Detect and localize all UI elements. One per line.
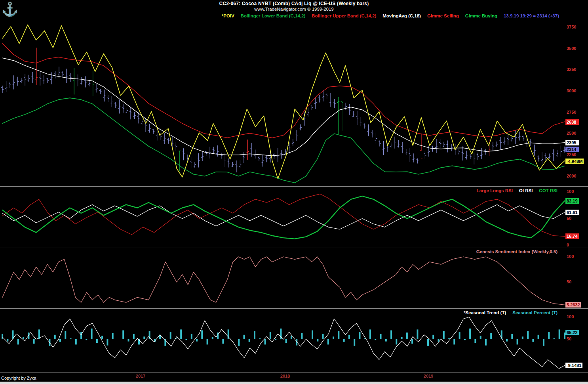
legend-item-bollinger-upper-band-c-14-2[interactable]: Bollinger Upper Band (C,14,2) <box>312 13 376 18</box>
seasonal-indicator-legend: *Seasonal Trend (T)Seasonal Percent (T) <box>0 310 558 315</box>
copyright-text: Copyright by Zyxa <box>1 376 36 380</box>
rsi-indicator-legend: Large Longs RSIOI RSICOT RSI <box>0 188 558 193</box>
legend-item-13-9-19-19-29-2314-37[interactable]: 13.9.19 19:29 = 2314 (+37) <box>504 13 559 18</box>
horizontal-scrollbar[interactable] <box>0 382 588 384</box>
sentiment-panel-canvas[interactable] <box>0 248 565 308</box>
legend-item-large-longs-rsi[interactable]: Large Longs RSI <box>476 188 512 193</box>
legend-item-seasonal-percent-t[interactable]: Seasonal Percent (T) <box>512 310 558 315</box>
watermark-url: www.TradeNavigator.com © 1999-2019 <box>0 7 588 11</box>
main-indicator-legend: *POIVBollinger Lower Band (C,14,2)Bollin… <box>0 13 559 18</box>
legend-item-seasonal-trend-t[interactable]: *Seasonal Trend (T) <box>464 310 506 315</box>
legend-item-genesis-sentiment-index[interactable]: Genesis Sentiment Index (Weekly,0.5) <box>476 249 558 254</box>
legend-item-gimme-selling[interactable]: Gimme Selling <box>427 13 459 18</box>
legend-item-movingavg-c-18[interactable]: MovingAvg (C,18) <box>382 13 421 18</box>
x-axis-year-label: 2018 <box>280 374 290 378</box>
legend-item-poiv[interactable]: *POIV <box>222 13 234 18</box>
x-axis-year-label: 2017 <box>136 374 145 378</box>
legend-item-gimme-buying[interactable]: Gimme Buying <box>465 13 497 18</box>
chart-title: CC2-067: Cocoa NYBT (Comb) CAdj Liq @ IC… <box>0 1 588 6</box>
legend-item-cot-rsi[interactable]: COT RSI <box>539 188 558 193</box>
seasonal-panel-canvas[interactable] <box>0 309 565 372</box>
tradenavigator-chart-window: ⚓ CC2-067: Cocoa NYBT (Comb) CAdj Liq @ … <box>0 0 588 384</box>
legend-item-bollinger-lower-band-c-14-2[interactable]: Bollinger Lower Band (C,14,2) <box>241 13 306 18</box>
x-axis-year-label: 2019 <box>424 374 433 378</box>
legend-item-oi-rsi[interactable]: OI RSI <box>519 188 533 193</box>
price-panel-canvas[interactable] <box>0 21 565 185</box>
rsi-panel-canvas[interactable] <box>0 187 565 247</box>
